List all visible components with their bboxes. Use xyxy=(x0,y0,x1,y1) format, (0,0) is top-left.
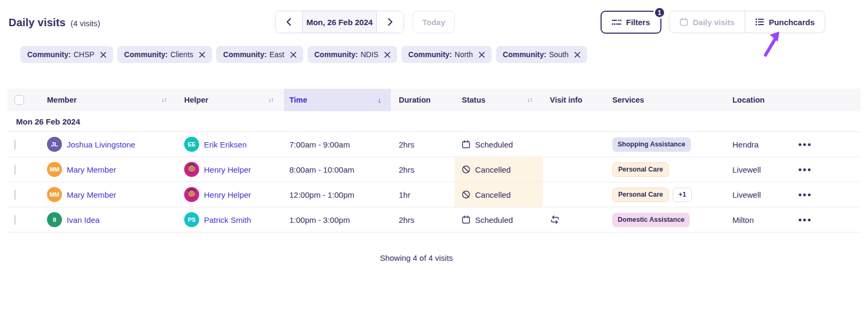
filter-chip: Community: South xyxy=(496,46,587,63)
row-menu-button[interactable]: ●●● xyxy=(798,166,812,173)
cancelled-icon xyxy=(462,190,470,199)
table-row: II Ivan Idea PS Patrick Smith 1:00pm - 3… xyxy=(7,207,861,232)
member-link[interactable]: Mary Member xyxy=(67,190,116,199)
column-header-helper[interactable]: Helper ↓↑ xyxy=(177,89,284,111)
view-toggle: Daily visits Punchcards xyxy=(669,11,825,33)
column-header-location: Location xyxy=(726,89,789,111)
service-badge: Personal Care xyxy=(612,162,669,177)
visit-location: Livewell xyxy=(726,190,789,199)
status-cell-cancelled: Cancelled xyxy=(455,182,543,207)
helper-link[interactable]: Henry Helper xyxy=(204,165,251,174)
table-row: MM Mary Member Henry Helper 8:00am - 10:… xyxy=(7,157,861,182)
chip-value: North xyxy=(455,50,473,59)
remove-filter-icon[interactable] xyxy=(100,52,106,58)
status-label: Scheduled xyxy=(475,215,513,224)
member-link[interactable]: Ivan Idea xyxy=(67,215,100,224)
column-header-label: Duration xyxy=(399,96,431,104)
page-header: Daily visits (4 visits) xyxy=(9,17,100,29)
sort-icon[interactable]: ↓↑ xyxy=(268,96,273,104)
tab-daily-visits[interactable]: Daily visits xyxy=(669,11,745,33)
visit-time: 8:00am - 10:00am xyxy=(284,165,391,174)
filters-button-label: Filters xyxy=(626,18,650,27)
cancelled-icon xyxy=(462,165,470,174)
service-badge: Domestic Assistance xyxy=(612,213,690,227)
column-header-visit-info: Visit info xyxy=(543,89,604,111)
sort-icon[interactable]: ↓↑ xyxy=(527,96,532,104)
avatar: PS xyxy=(184,212,199,227)
tab-punchcards-label: Punchcards xyxy=(769,18,815,27)
visit-duration: 2hrs xyxy=(391,140,455,149)
chip-category: Community: xyxy=(408,50,452,59)
row-menu-button[interactable]: ●●● xyxy=(798,191,812,198)
row-checkbox[interactable] xyxy=(14,165,15,175)
service-badge: Shopping Assistance xyxy=(612,137,691,152)
recurring-visit-icon xyxy=(550,215,604,224)
chip-value: NDIS xyxy=(360,50,378,59)
column-header-member[interactable]: Member ↓↑ xyxy=(40,89,177,111)
sort-icon[interactable]: ↓↑ xyxy=(161,96,167,104)
remove-filter-icon[interactable] xyxy=(574,52,580,58)
tab-punchcards[interactable]: Punchcards xyxy=(745,11,825,33)
avatar-photo xyxy=(184,162,199,177)
results-summary: Showing 4 of 4 visits xyxy=(0,253,833,262)
column-header-time[interactable]: Time ↓ xyxy=(284,89,391,111)
visit-duration: 2hrs xyxy=(391,165,455,174)
avatar: MM xyxy=(47,187,62,202)
select-all-checkbox[interactable] xyxy=(14,95,24,105)
avatar-photo xyxy=(184,187,199,202)
visit-location: Livewell xyxy=(726,165,789,174)
visit-time: 1:00pm - 3:00pm xyxy=(284,215,391,224)
row-menu-button[interactable]: ●●● xyxy=(798,216,812,223)
date-group-row: Mon 26 Feb 2024 xyxy=(7,111,861,132)
table-row: JL Joshua Livingstone EE Erik Eriksen 7:… xyxy=(7,132,861,157)
extra-services-badge[interactable]: +1 xyxy=(673,188,692,202)
status-cell: Scheduled xyxy=(455,207,543,232)
status-cell-cancelled: Cancelled xyxy=(455,157,543,182)
member-link[interactable]: Joshua Livingstone xyxy=(67,140,135,149)
tab-daily-visits-label: Daily visits xyxy=(693,18,735,27)
filters-count-badge: 1 xyxy=(653,6,666,19)
sort-descending-icon[interactable]: ↓ xyxy=(377,96,381,104)
filter-chip: Community: East xyxy=(216,46,303,63)
remove-filter-icon[interactable] xyxy=(384,52,390,58)
table-header-row: Member ↓↑ Helper ↓↑ Time ↓ Duration Stat… xyxy=(7,89,861,111)
filters-button[interactable]: Filters 1 xyxy=(601,11,661,34)
visit-duration: 1hr xyxy=(391,190,455,199)
chip-category: Community: xyxy=(314,50,358,59)
helper-link[interactable]: Erik Eriksen xyxy=(204,140,247,149)
member-link[interactable]: Mary Member xyxy=(67,165,116,174)
row-checkbox[interactable] xyxy=(14,215,15,225)
date-group-label: Mon 26 Feb 2024 xyxy=(16,117,80,126)
chip-category: Community: xyxy=(223,50,267,59)
next-day-button[interactable] xyxy=(377,11,404,33)
row-checkbox[interactable] xyxy=(14,139,15,150)
row-checkbox[interactable] xyxy=(14,190,15,200)
calendar-icon xyxy=(462,215,470,224)
status-label: Scheduled xyxy=(475,140,513,149)
column-header-label: Time xyxy=(289,96,307,104)
column-header-services: Services xyxy=(604,89,726,111)
visit-location: Hendra xyxy=(726,140,789,149)
filter-sliders-icon xyxy=(612,18,621,26)
filter-chip: Community: NDIS xyxy=(307,46,397,63)
status-label: Cancelled xyxy=(475,165,511,174)
previous-day-button[interactable] xyxy=(275,11,302,33)
remove-filter-icon[interactable] xyxy=(479,52,485,58)
calendar-icon xyxy=(680,18,688,26)
current-date-button[interactable]: Mon, 26 Feb 2024 xyxy=(302,11,377,33)
column-header-status[interactable]: Status ↓↑ xyxy=(455,89,543,111)
visit-location: Milton xyxy=(726,215,789,224)
remove-filter-icon[interactable] xyxy=(290,52,296,58)
helper-link[interactable]: Henry Helper xyxy=(204,190,251,199)
page-title: Daily visits xyxy=(9,17,66,29)
column-header-label: Member xyxy=(47,96,77,104)
toolbar-right: Filters 1 Daily visits Punchcards xyxy=(601,11,825,34)
filter-chip: Community: North xyxy=(401,46,492,63)
row-menu-button[interactable]: ●●● xyxy=(798,141,812,148)
helper-link[interactable]: Patrick Smith xyxy=(204,215,251,224)
filter-chip: Community: Clients xyxy=(117,46,212,63)
avatar: EE xyxy=(184,137,199,152)
remove-filter-icon[interactable] xyxy=(199,52,205,58)
today-button[interactable]: Today xyxy=(413,11,455,33)
column-header-label: Location xyxy=(732,96,764,104)
